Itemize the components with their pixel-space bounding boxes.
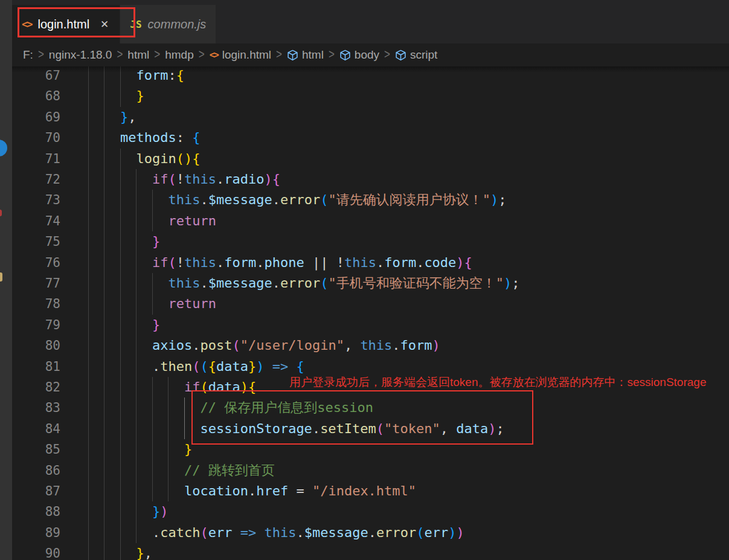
code-editor[interactable]: 6768697071727374757677787980818283848586… <box>0 0 729 560</box>
breadcrumb-label: F: <box>23 48 33 62</box>
breadcrumb-item-F[interactable]: F: <box>23 48 33 62</box>
line-number-90[interactable]: 90 <box>12 543 60 560</box>
line-number-74[interactable]: 74 <box>12 211 60 232</box>
symbol-cube-icon <box>287 50 302 61</box>
code-line-88[interactable]: }) <box>88 501 168 523</box>
line-number-75[interactable]: 75 <box>12 231 60 253</box>
breadcrumb-items: F:>nginx-1.18.0>html>hmdp><>login.html>h… <box>23 48 437 62</box>
line-number-79[interactable]: 79 <box>12 315 60 336</box>
code-line-89[interactable]: .catch(err => this.$message.error(err)) <box>88 523 464 544</box>
html-file-icon: <> <box>210 50 218 60</box>
code-line-82[interactable]: if(data){ <box>88 377 256 398</box>
code-line-85[interactable]: } <box>88 439 192 460</box>
chevron-right-icon: > <box>117 48 123 63</box>
line-number-87[interactable]: 87 <box>12 481 60 502</box>
line-number-71[interactable]: 71 <box>12 149 60 170</box>
breadcrumb-label: nginx-1.18.0 <box>49 48 112 62</box>
breadcrumb-item-html[interactable]: html <box>127 48 149 62</box>
javascript-file-icon: JS <box>130 19 141 30</box>
code-line-87[interactable]: location.href = "/index.html" <box>88 481 416 502</box>
red-icon-sliver <box>0 210 2 216</box>
breadcrumb-label: body <box>355 48 379 62</box>
html-file-icon: <> <box>22 18 31 30</box>
scroll-shadow <box>12 66 729 72</box>
line-number-69[interactable]: 69 <box>12 107 60 128</box>
chevron-right-icon: > <box>384 48 390 63</box>
code-line-69[interactable]: }, <box>88 107 136 128</box>
code-line-73[interactable]: this.$message.error("请先确认阅读用户协议！"); <box>88 190 506 211</box>
chevron-right-icon: > <box>154 48 160 63</box>
chevron-right-icon: > <box>329 48 335 63</box>
tab-label: common.js <box>148 18 207 31</box>
line-number-85[interactable]: 85 <box>12 439 60 460</box>
code-line-74[interactable]: return <box>88 211 216 232</box>
line-number-72[interactable]: 72 <box>12 169 60 190</box>
activity-bar-sliver <box>0 0 12 560</box>
breadcrumb-label: html <box>127 48 149 62</box>
breadcrumb-item-login.html[interactable]: <>login.html <box>210 48 271 62</box>
code-line-78[interactable]: return <box>88 294 216 315</box>
tab-bar: <>login.html✕JScommon.js <box>12 0 729 43</box>
code-line-76[interactable]: if(!this.form.phone || !this.form.code){ <box>88 253 472 274</box>
line-number-76[interactable]: 76 <box>12 253 60 274</box>
breadcrumb-label: script <box>410 48 437 62</box>
breadcrumb-item-html[interactable]: html <box>287 48 324 62</box>
code-line-80[interactable]: axios.post("/user/login", this.form) <box>88 335 440 356</box>
breadcrumb-label: login.html <box>222 48 271 62</box>
breadcrumb-item-nginx-1.18.0[interactable]: nginx-1.18.0 <box>49 48 112 62</box>
line-number-70[interactable]: 70 <box>12 127 60 149</box>
vscode-window: 6768697071727374757677787980818283848586… <box>0 0 729 560</box>
tab-label: login.html <box>37 18 89 31</box>
breadcrumb-label: hmdp <box>165 48 194 62</box>
line-number-80[interactable]: 80 <box>12 335 60 356</box>
code-line-75[interactable]: } <box>88 231 160 253</box>
close-icon[interactable]: ✕ <box>99 18 110 31</box>
line-number-78[interactable]: 78 <box>12 294 60 315</box>
code-line-70[interactable]: methods: { <box>88 127 200 149</box>
line-number-86[interactable]: 86 <box>12 460 60 481</box>
code-line-71[interactable]: login(){ <box>88 149 200 170</box>
code-line-77[interactable]: this.$message.error("手机号和验证码不能为空！"); <box>88 273 519 294</box>
code-line-79[interactable]: } <box>88 315 160 336</box>
line-number-68[interactable]: 68 <box>12 86 60 107</box>
line-number-82[interactable]: 82 <box>12 377 60 398</box>
line-number-77[interactable]: 77 <box>12 273 60 294</box>
code-line-90[interactable]: }, <box>88 543 152 560</box>
tab-common.js[interactable]: JScommon.js <box>120 5 216 43</box>
notification-badge <box>0 140 7 156</box>
line-number-89[interactable]: 89 <box>12 523 60 544</box>
breadcrumb-item-script[interactable]: script <box>395 48 437 62</box>
breadcrumb-label: html <box>302 48 324 62</box>
line-number-73[interactable]: 73 <box>12 190 60 211</box>
code-line-68[interactable]: } <box>88 86 144 107</box>
chevron-right-icon: > <box>276 48 282 63</box>
code-line-81[interactable]: .then(({data}) => { <box>88 356 304 378</box>
symbol-cube-icon <box>339 50 355 61</box>
line-number-83[interactable]: 83 <box>12 397 60 419</box>
breadcrumb-item-hmdp[interactable]: hmdp <box>165 48 194 62</box>
line-number-84[interactable]: 84 <box>12 419 60 440</box>
tan-icon-sliver <box>0 272 2 282</box>
code-line-84[interactable]: sessionStorage.setItem("token", data); <box>88 419 504 440</box>
line-number-88[interactable]: 88 <box>12 501 60 523</box>
tabs-container: <>login.html✕JScommon.js <box>12 5 216 43</box>
chevron-right-icon: > <box>38 48 44 63</box>
chevron-right-icon: > <box>199 48 205 63</box>
code-line-86[interactable]: // 跳转到首页 <box>88 460 275 481</box>
symbol-cube-icon <box>395 50 410 61</box>
breadcrumb: F:>nginx-1.18.0>html>hmdp><>login.html>h… <box>12 43 729 66</box>
code-line-72[interactable]: if(!this.radio){ <box>88 169 280 190</box>
line-number-81[interactable]: 81 <box>12 356 60 378</box>
tab-login.html[interactable]: <>login.html✕ <box>12 5 120 43</box>
breadcrumb-item-body[interactable]: body <box>339 48 379 62</box>
code-line-83[interactable]: // 保存用户信息到session <box>88 397 373 419</box>
